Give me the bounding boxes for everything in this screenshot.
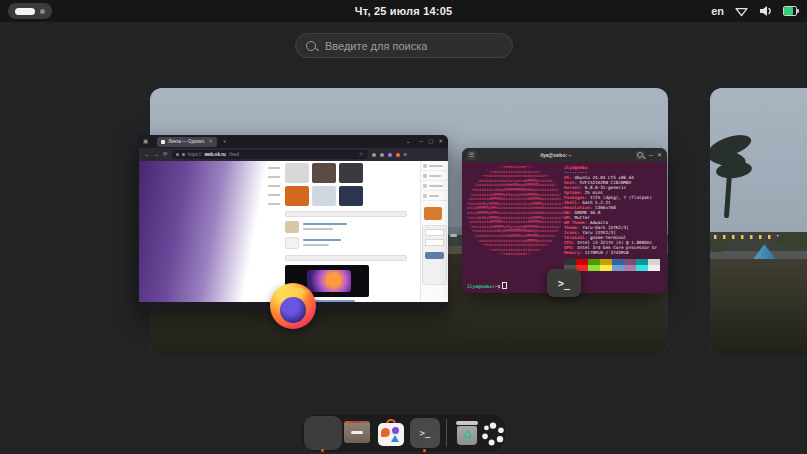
terminal-color-palette <box>564 259 660 271</box>
downloads-icon <box>372 153 376 157</box>
extension-orange-icon <box>396 153 400 157</box>
window-close-icon: ✕ <box>438 139 443 145</box>
window-maximize-icon: ▢ <box>428 139 433 145</box>
neofetch-info: ilya@nebo --------- OSUbuntu 24.04 LTS x… <box>564 165 664 255</box>
album-link <box>303 223 347 225</box>
page-gradient-panel <box>139 161 279 302</box>
page-right-column <box>420 161 448 302</box>
firefox-nav-bar: ← → ⟳ https://web.ok.ru/feed ☆ ≡ <box>139 148 448 161</box>
extension-purple-icon <box>388 153 392 157</box>
window-minimize-icon: ─ <box>419 139 423 145</box>
list-tabs-icon: ⌄ <box>406 139 411 145</box>
photo-thumb <box>424 207 442 220</box>
search-icon <box>306 41 316 51</box>
url-prefix: https:// <box>188 152 202 157</box>
dock-trash-icon[interactable]: ♻ <box>452 418 482 448</box>
terminal-search-icon <box>636 151 645 160</box>
url-bar: https://web.ok.ru/feed ☆ <box>172 150 368 159</box>
dock-terminal-icon[interactable]: >_ <box>410 418 440 448</box>
dock-app-center-icon[interactable] <box>376 418 406 448</box>
album-thumb <box>285 221 299 233</box>
menu-icon: ≡ <box>404 152 407 158</box>
workspace-thumbnail-next[interactable] <box>710 88 807 355</box>
neofetch-ubuntu-ascii: .-/+oossssoo+/-. `:+ssssssssssssssssss+:… <box>467 165 563 257</box>
search-bar[interactable] <box>295 33 513 58</box>
album-link <box>303 239 341 241</box>
url-domain: web.ok.ru <box>204 152 225 157</box>
terminal-menu-icon: ☰ <box>467 151 476 160</box>
new-tab-icon: + <box>223 139 226 145</box>
album-thumb <box>285 237 299 249</box>
firefox-tab-bar: ▣ Лента — Однокл. ✕ + ⌄ ─ ▢ ✕ <box>139 135 448 148</box>
firefox-window-app-icon[interactable] <box>270 283 316 329</box>
browser-tab: Лента — Однокл. ✕ <box>157 137 217 147</box>
terminal-minimize-icon: ─ <box>649 152 653 158</box>
wallpaper-boat <box>450 234 457 237</box>
dock-separator <box>446 419 447 447</box>
album-meta <box>303 228 333 230</box>
album-meta <box>303 244 329 246</box>
clock[interactable]: Чт, 25 июля 14:05 <box>0 0 807 22</box>
network-icon <box>734 5 749 18</box>
battery-icon <box>783 6 799 16</box>
terminal-title: ilya@nebo: ~ <box>480 152 632 158</box>
account-icon <box>380 153 384 157</box>
neofetch-info-list: OSUbuntu 24.04 LTS x86_64 HostSVF1521K2R… <box>564 175 664 255</box>
search-input[interactable] <box>323 39 502 53</box>
avatar-grid <box>285 163 363 206</box>
lock-icon <box>182 153 185 156</box>
gnome-activities-overview: Чт, 25 июля 14:05 en <box>0 0 807 454</box>
bookmark-star-icon: ☆ <box>359 152 364 158</box>
dock-show-apps-icon[interactable] <box>479 420 507 448</box>
firefox-running-dot <box>321 449 324 452</box>
forward-icon: → <box>154 152 160 158</box>
terminal-close-icon: ✕ <box>657 152 662 158</box>
top-bar: Чт, 25 июля 14:05 en <box>0 0 807 22</box>
status-area[interactable]: en <box>711 0 799 22</box>
palm-tree-silhouette <box>710 128 764 218</box>
tab-close-icon: ✕ <box>208 139 213 145</box>
terminal-running-dot <box>423 449 426 452</box>
firefox-view-icon: ▣ <box>143 139 148 145</box>
dock-files-icon[interactable] <box>342 418 372 448</box>
url-path: /feed <box>229 152 239 157</box>
reload-icon: ⟳ <box>163 152 168 158</box>
volume-icon <box>759 5 773 17</box>
wallpaper-bush <box>776 232 807 248</box>
tab-title: Лента — Однокл. <box>168 139 205 144</box>
tab-favicon <box>161 140 165 144</box>
wallpaper-grass <box>710 259 807 355</box>
section-header <box>285 255 407 261</box>
back-icon: ← <box>144 152 150 158</box>
form-box <box>422 225 447 285</box>
terminal-header-bar: ☰ ilya@nebo: ~ ─ ✕ <box>462 148 667 162</box>
webpage-content <box>139 161 448 302</box>
section-header <box>285 211 407 217</box>
keyboard-layout-indicator[interactable]: en <box>711 5 724 17</box>
shield-icon <box>176 153 179 156</box>
page-side-menu <box>268 167 280 205</box>
terminal-prompt: ilya@nebo:~$ <box>467 282 507 289</box>
terminal-cursor <box>502 282 507 289</box>
terminal-window-app-icon[interactable]: >_ <box>547 269 581 297</box>
dock-firefox-highlight <box>304 416 342 450</box>
